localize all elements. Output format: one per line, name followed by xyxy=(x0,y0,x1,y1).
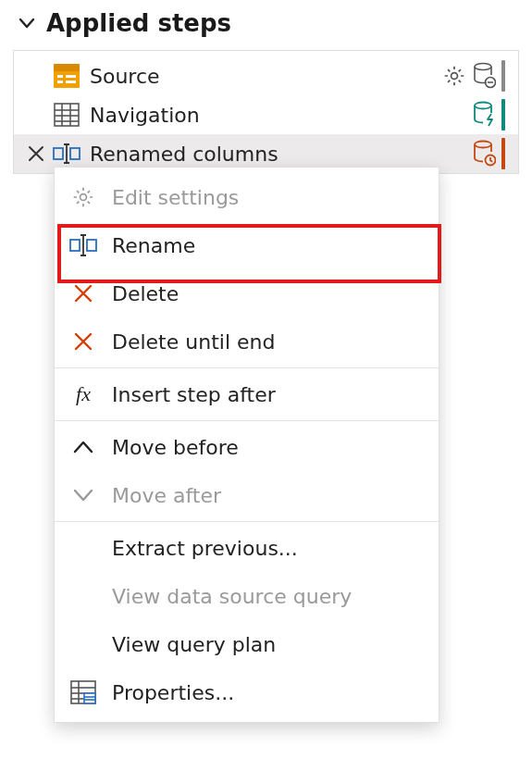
menu-label: Edit settings xyxy=(112,186,239,209)
svg-rect-22 xyxy=(87,240,96,251)
svg-rect-21 xyxy=(70,240,80,251)
applied-steps-panel: Source xyxy=(13,50,519,174)
step-label: Renamed columns xyxy=(90,143,472,166)
step-label: Source xyxy=(90,65,442,88)
svg-rect-28 xyxy=(84,693,95,703)
menu-label: Properties... xyxy=(112,681,234,704)
chevron-up-icon xyxy=(69,433,97,461)
source-icon xyxy=(53,62,80,90)
menu-properties[interactable]: Properties... xyxy=(55,668,439,716)
menu-label: Move after xyxy=(112,484,221,507)
step-source[interactable]: Source xyxy=(14,56,518,95)
step-label: Navigation xyxy=(90,104,472,127)
menu-label: Move before xyxy=(112,436,239,459)
blank-icon xyxy=(69,582,97,610)
x-red-icon xyxy=(69,328,97,355)
context-menu: Edit settings Rename Delete Delete until… xyxy=(54,167,439,723)
svg-rect-5 xyxy=(66,81,76,83)
blank-icon xyxy=(69,630,97,658)
applied-steps-title: Applied steps xyxy=(46,9,231,37)
collapse-chevron-icon xyxy=(17,13,37,33)
svg-rect-4 xyxy=(57,81,63,83)
properties-icon xyxy=(69,678,97,706)
menu-move-after: Move after xyxy=(55,471,439,519)
table-icon xyxy=(53,101,80,129)
delete-step-icon[interactable] xyxy=(19,144,53,163)
applied-steps-header[interactable]: Applied steps xyxy=(13,6,519,44)
database-minus-icon xyxy=(472,62,496,90)
rename-icon xyxy=(69,231,97,259)
svg-point-7 xyxy=(475,64,491,70)
svg-point-18 xyxy=(475,142,491,148)
menu-label: Rename xyxy=(112,234,195,257)
menu-separator xyxy=(55,521,439,522)
svg-rect-3 xyxy=(66,75,76,78)
menu-rename[interactable]: Rename xyxy=(55,221,439,269)
menu-view-query-plan[interactable]: View query plan xyxy=(55,620,439,668)
menu-extract-previous[interactable]: Extract previous... xyxy=(55,524,439,572)
step-navigation[interactable]: Navigation xyxy=(14,95,518,134)
menu-separator xyxy=(55,420,439,421)
gear-icon[interactable] xyxy=(442,64,466,88)
menu-insert-step-after[interactable]: fx Insert step after xyxy=(55,370,439,418)
status-bar xyxy=(501,138,505,169)
menu-delete-until-end[interactable]: Delete until end xyxy=(55,317,439,366)
gear-icon xyxy=(69,183,97,211)
menu-label: View data source query xyxy=(112,585,352,608)
fx-icon: fx xyxy=(69,380,97,408)
svg-rect-1 xyxy=(54,64,80,71)
status-bar xyxy=(501,60,505,92)
rename-icon xyxy=(53,140,80,168)
menu-label: Delete until end xyxy=(112,330,275,354)
menu-view-data-source-query: View data source query xyxy=(55,572,439,620)
status-bar xyxy=(501,99,505,131)
svg-point-20 xyxy=(80,194,87,201)
svg-rect-17 xyxy=(70,148,80,159)
database-clock-icon xyxy=(472,140,496,168)
chevron-down-icon xyxy=(69,481,97,509)
svg-rect-9 xyxy=(55,104,79,126)
svg-point-6 xyxy=(452,73,458,80)
menu-label: Extract previous... xyxy=(112,537,298,560)
svg-rect-2 xyxy=(57,75,63,78)
menu-label: View query plan xyxy=(112,633,276,656)
blank-icon xyxy=(69,534,97,562)
menu-separator xyxy=(55,367,439,368)
menu-delete[interactable]: Delete xyxy=(55,269,439,317)
svg-rect-16 xyxy=(54,148,63,159)
svg-point-15 xyxy=(475,103,491,109)
menu-label: Delete xyxy=(112,282,179,305)
menu-move-before[interactable]: Move before xyxy=(55,423,439,471)
database-bolt-icon xyxy=(472,101,496,129)
menu-edit-settings: Edit settings xyxy=(55,173,439,221)
x-red-icon xyxy=(69,280,97,307)
menu-label: Insert step after xyxy=(112,383,276,406)
